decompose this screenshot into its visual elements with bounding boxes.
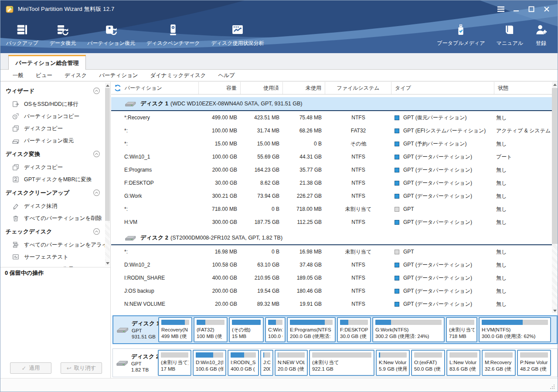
- partition-block[interactable]: L:New Volur83.6 GB (使: [446, 350, 480, 376]
- column-filesystem[interactable]: ファイルシステム: [325, 82, 391, 94]
- status-value: 無し: [494, 287, 552, 295]
- partition-block[interactable]: F:DESKTOP(30.0 GB (使: [337, 317, 371, 342]
- partition-block[interactable]: M:Recovery32.6 GB (使: [482, 350, 516, 376]
- sidebar-item[interactable]: すべてのパーティションをアライメント: [0, 239, 105, 251]
- scrollbar-thumb[interactable]: [552, 88, 558, 244]
- menu-item-2[interactable]: ディスク: [58, 70, 93, 81]
- sidebar-item[interactable]: パーティション復元: [0, 263, 105, 267]
- sidebar-item[interactable]: ディスクコピー: [0, 122, 105, 135]
- used-value: 210.95 GB: [241, 275, 283, 281]
- undo-button[interactable]: ↩ 取り消す: [61, 362, 102, 374]
- toolbar-partition-recovery[interactable]: パーティション復元: [82, 19, 141, 47]
- sidebar-scrollbar[interactable]: [105, 83, 110, 266]
- column-used[interactable]: 使用済: [241, 82, 283, 94]
- apply-button[interactable]: ✓ 適用: [10, 362, 51, 374]
- partition-block[interactable]: (未割り当て922.1 GB: [309, 350, 374, 376]
- toolbar-manual[interactable]: マニュアル: [491, 19, 529, 47]
- block-name: G:Work(NTFS): [375, 327, 442, 333]
- menu-item-4[interactable]: ダイナミックディスク: [144, 70, 212, 81]
- maximize-icon[interactable]: [527, 5, 536, 14]
- sidebar-section-header[interactable]: ディスク変換: [0, 147, 105, 161]
- window-menu-icon[interactable]: [496, 5, 506, 14]
- scrollbar-thumb[interactable]: [105, 88, 110, 221]
- toolbar-register[interactable]: 登録: [529, 19, 553, 47]
- partition-block[interactable]: Recovery(N499 MB (使: [158, 317, 192, 342]
- column-capacity[interactable]: 容量: [199, 82, 241, 94]
- sidebar-section-header[interactable]: ウィザード: [0, 84, 105, 98]
- partition-block[interactable]: H:VM(NTFS)300.0 GB (使用済: 62%): [479, 317, 551, 342]
- partition-row[interactable]: *:100.00 MB31.74 MB68.26 MBFAT32GPT (EFI…: [111, 124, 552, 137]
- partition-row[interactable]: *:Recovery499.00 MB423.51 MB75.48 MBNTFS…: [111, 111, 552, 124]
- sidebar-section-header[interactable]: ディスククリーンアップ: [0, 186, 105, 200]
- toolbar-backup[interactable]: バックアップ: [0, 19, 44, 47]
- table-scrollbar[interactable]: [552, 82, 558, 313]
- partition-row[interactable]: I:RODIN_SHARE400.00 GB210.95 GB189.05 GB…: [111, 271, 552, 284]
- sidebar-item[interactable]: すべてのパーティションを削除: [0, 212, 105, 224]
- column-type[interactable]: タイプ: [391, 82, 494, 94]
- sidebar-item[interactable]: ディスク抹消: [0, 200, 105, 212]
- minimize-icon[interactable]: [511, 5, 521, 14]
- partition-row[interactable]: *:16.98 MB0 B16.98 MB未割り当てGPT無し: [111, 245, 552, 258]
- partition-block[interactable]: C:Win10100.0 G: [265, 317, 286, 342]
- partition-block[interactable]: (FAT32)100 MB (使: [194, 317, 228, 342]
- partition-row[interactable]: *:718.00 MB0 B718.00 MB未割り当てGPT無し: [111, 203, 552, 216]
- usage-bar-fill: [482, 320, 523, 325]
- disk-group-header[interactable]: ディスク 2(ST2000DM008-2FR102 SATA, GPT, 1.8…: [111, 231, 552, 245]
- filesystem-value: その他: [325, 140, 391, 148]
- partition-block[interactable]: (その他)15 MB: [229, 317, 264, 342]
- partition-block[interactable]: J:OS200.: [260, 350, 273, 376]
- partition-row[interactable]: N:NEW VOLUME20.00 GB89.32 MB19.91 GBNTFS…: [111, 297, 552, 311]
- partition-block[interactable]: G:Work(NTFS)300.2 GB (使用済: 24%): [372, 317, 445, 342]
- sidebar-item[interactable]: OSをSSD/HDDに移行: [0, 98, 105, 110]
- partition-block[interactable]: P:New Volur48.2 GB (使: [517, 350, 551, 376]
- toolbar-bootable-media[interactable]: ブータブルメディア: [431, 19, 490, 47]
- resize-grip-icon[interactable]: [550, 384, 555, 389]
- column-status[interactable]: 状態: [494, 82, 552, 94]
- toolbar-disk-analysis[interactable]: ディスク使用状況分析: [205, 19, 269, 47]
- column-unused[interactable]: 未使用: [283, 82, 325, 94]
- partition-block[interactable]: D:Win10_2(N100.6 GB (使: [193, 350, 226, 376]
- menu-item-0[interactable]: 一般: [7, 70, 30, 81]
- sidebar-item[interactable]: サーフェステスト: [0, 251, 105, 263]
- scroll-up-icon[interactable]: [552, 82, 558, 87]
- toolbar-data-recovery[interactable]: データ復元: [44, 19, 82, 47]
- sidebar-section-header[interactable]: チェックディスク: [0, 224, 105, 239]
- partition-block[interactable]: N:NEW VOL20.0 GB (使: [275, 350, 308, 376]
- tab-partition-management[interactable]: パーティション総合管理: [8, 55, 86, 70]
- partition-block[interactable]: E:Programs(NTFS200.0 GB (使用済:: [287, 317, 336, 342]
- scroll-down-icon[interactable]: [552, 308, 558, 313]
- scroll-up-icon[interactable]: [105, 83, 110, 88]
- scroll-down-icon[interactable]: [105, 260, 110, 266]
- partition-row[interactable]: G:Work300.21 GB73.94 GB226.27 GBNTFSGPT …: [111, 189, 552, 203]
- partition-row[interactable]: D:Win10_2100.58 GB63.10 GB37.48 GBNTFSGP…: [111, 258, 552, 271]
- menu-item-3[interactable]: パーティション: [93, 70, 144, 81]
- disk-map-row[interactable]: ディスク 2GPT1.82 TB(未割り当て)17 MBD:Win10_2(N1…: [112, 348, 558, 377]
- partition-row[interactable]: C:Win10_1100.00 GB55.69 GB44.31 GBNTFSGP…: [111, 150, 552, 163]
- menu-item-1[interactable]: ビュー: [30, 70, 58, 81]
- partition-row[interactable]: H:VM300.00 GB187.75 GB112.25 GBNTFSGPT (…: [111, 216, 552, 229]
- sidebar-item[interactable]: パーティション復元: [0, 135, 105, 147]
- sidebar-section-title: チェックディスク: [6, 228, 93, 236]
- partition-row[interactable]: J:OS backup200.00 GB19.54 GB180.46 GBNTF…: [111, 284, 552, 297]
- usage-bar-fill: [375, 320, 391, 325]
- sidebar-item[interactable]: パーティションコピー: [0, 110, 105, 122]
- partition-row[interactable]: F:DESKTOP30.00 GB8.62 GB21.38 GBNTFSGPT …: [111, 176, 552, 189]
- partition-block[interactable]: (未割り当て)718 MB: [446, 317, 477, 342]
- partition-row[interactable]: *:15.00 MB15.00 MB0 Bその他GPT (予約パーティション)無…: [111, 137, 552, 150]
- partition-block[interactable]: (未割り当て)17 MB: [158, 350, 191, 376]
- menu-item-5[interactable]: ヘルプ: [212, 70, 241, 81]
- sidebar-item[interactable]: ディスクコピー: [0, 161, 105, 173]
- partition-block[interactable]: O:(exFAT)50.0 GB (使: [411, 350, 445, 376]
- partition-block[interactable]: K:New Volur5.9 GB (使用: [376, 350, 410, 376]
- used-value: 55.69 GB: [241, 154, 283, 160]
- disk-map-row[interactable]: ディスク 1GPT931.51 GBRecovery(N499 MB (使(FA…: [112, 315, 558, 344]
- partition-row[interactable]: E:Programs200.00 GB164.23 GB35.77 GBNTFS…: [111, 163, 552, 176]
- partition-block[interactable]: I:RODIN_S400.0 GB (: [228, 350, 259, 376]
- close-icon[interactable]: [542, 5, 551, 14]
- partition-table-body: ディスク 1(WDC WD10EZEX-08WN4A0 SATA, GPT, 9…: [111, 95, 552, 313]
- column-partition[interactable]: パーティション: [111, 82, 199, 94]
- refresh-icon[interactable]: [114, 84, 122, 92]
- sidebar-item[interactable]: GPTディスクをMBRに変換: [0, 173, 105, 186]
- disk-group-header[interactable]: ディスク 1(WDC WD10EZEX-08WN4A0 SATA, GPT, 9…: [111, 97, 552, 111]
- toolbar-disk-benchmark[interactable]: ディスクベンチマーク: [141, 19, 206, 47]
